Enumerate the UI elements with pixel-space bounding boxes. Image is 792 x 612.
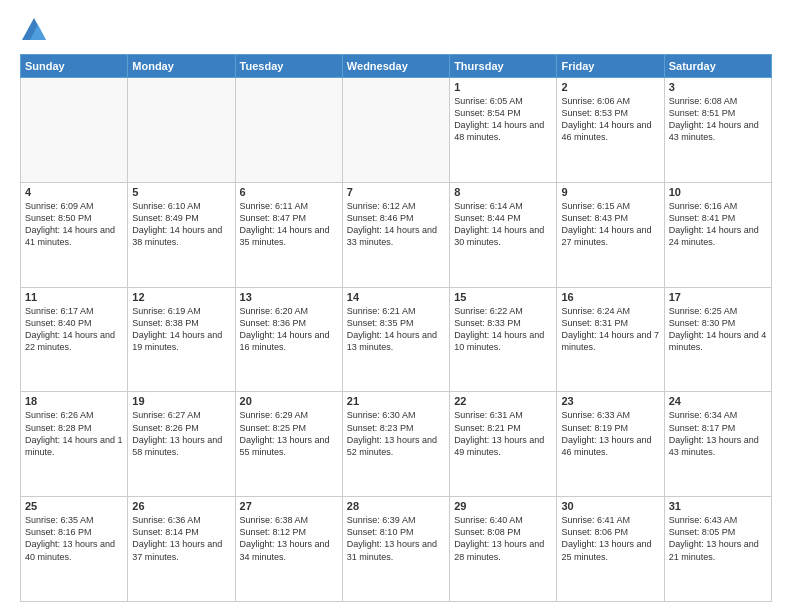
day-number: 23	[561, 395, 659, 407]
day-number: 17	[669, 291, 767, 303]
day-number: 11	[25, 291, 123, 303]
calendar-week-3: 11Sunrise: 6:17 AM Sunset: 8:40 PM Dayli…	[21, 287, 772, 392]
calendar-cell: 12Sunrise: 6:19 AM Sunset: 8:38 PM Dayli…	[128, 287, 235, 392]
cell-info: Sunrise: 6:16 AM Sunset: 8:41 PM Dayligh…	[669, 200, 767, 249]
calendar-cell: 14Sunrise: 6:21 AM Sunset: 8:35 PM Dayli…	[342, 287, 449, 392]
calendar-cell: 24Sunrise: 6:34 AM Sunset: 8:17 PM Dayli…	[664, 392, 771, 497]
day-header-friday: Friday	[557, 55, 664, 78]
page: SundayMondayTuesdayWednesdayThursdayFrid…	[0, 0, 792, 612]
cell-info: Sunrise: 6:43 AM Sunset: 8:05 PM Dayligh…	[669, 514, 767, 563]
calendar-cell: 3Sunrise: 6:08 AM Sunset: 8:51 PM Daylig…	[664, 78, 771, 183]
calendar-cell	[21, 78, 128, 183]
day-header-saturday: Saturday	[664, 55, 771, 78]
cell-info: Sunrise: 6:19 AM Sunset: 8:38 PM Dayligh…	[132, 305, 230, 354]
day-number: 18	[25, 395, 123, 407]
calendar-cell: 4Sunrise: 6:09 AM Sunset: 8:50 PM Daylig…	[21, 182, 128, 287]
calendar-cell	[235, 78, 342, 183]
logo	[20, 16, 52, 44]
calendar-cell: 30Sunrise: 6:41 AM Sunset: 8:06 PM Dayli…	[557, 497, 664, 602]
calendar-cell: 6Sunrise: 6:11 AM Sunset: 8:47 PM Daylig…	[235, 182, 342, 287]
header	[20, 16, 772, 44]
calendar-week-2: 4Sunrise: 6:09 AM Sunset: 8:50 PM Daylig…	[21, 182, 772, 287]
calendar-cell: 15Sunrise: 6:22 AM Sunset: 8:33 PM Dayli…	[450, 287, 557, 392]
day-number: 12	[132, 291, 230, 303]
day-number: 27	[240, 500, 338, 512]
logo-icon	[20, 16, 48, 44]
calendar-cell: 22Sunrise: 6:31 AM Sunset: 8:21 PM Dayli…	[450, 392, 557, 497]
calendar-cell: 29Sunrise: 6:40 AM Sunset: 8:08 PM Dayli…	[450, 497, 557, 602]
day-number: 24	[669, 395, 767, 407]
cell-info: Sunrise: 6:29 AM Sunset: 8:25 PM Dayligh…	[240, 409, 338, 458]
day-number: 22	[454, 395, 552, 407]
day-number: 20	[240, 395, 338, 407]
calendar-cell: 10Sunrise: 6:16 AM Sunset: 8:41 PM Dayli…	[664, 182, 771, 287]
calendar-cell: 1Sunrise: 6:05 AM Sunset: 8:54 PM Daylig…	[450, 78, 557, 183]
day-number: 21	[347, 395, 445, 407]
cell-info: Sunrise: 6:25 AM Sunset: 8:30 PM Dayligh…	[669, 305, 767, 354]
cell-info: Sunrise: 6:40 AM Sunset: 8:08 PM Dayligh…	[454, 514, 552, 563]
calendar-cell: 23Sunrise: 6:33 AM Sunset: 8:19 PM Dayli…	[557, 392, 664, 497]
day-number: 25	[25, 500, 123, 512]
day-number: 14	[347, 291, 445, 303]
day-number: 7	[347, 186, 445, 198]
cell-info: Sunrise: 6:20 AM Sunset: 8:36 PM Dayligh…	[240, 305, 338, 354]
calendar-week-1: 1Sunrise: 6:05 AM Sunset: 8:54 PM Daylig…	[21, 78, 772, 183]
day-number: 4	[25, 186, 123, 198]
day-number: 16	[561, 291, 659, 303]
cell-info: Sunrise: 6:26 AM Sunset: 8:28 PM Dayligh…	[25, 409, 123, 458]
cell-info: Sunrise: 6:12 AM Sunset: 8:46 PM Dayligh…	[347, 200, 445, 249]
day-header-sunday: Sunday	[21, 55, 128, 78]
cell-info: Sunrise: 6:10 AM Sunset: 8:49 PM Dayligh…	[132, 200, 230, 249]
cell-info: Sunrise: 6:15 AM Sunset: 8:43 PM Dayligh…	[561, 200, 659, 249]
day-number: 30	[561, 500, 659, 512]
cell-info: Sunrise: 6:39 AM Sunset: 8:10 PM Dayligh…	[347, 514, 445, 563]
cell-info: Sunrise: 6:30 AM Sunset: 8:23 PM Dayligh…	[347, 409, 445, 458]
calendar-week-4: 18Sunrise: 6:26 AM Sunset: 8:28 PM Dayli…	[21, 392, 772, 497]
cell-info: Sunrise: 6:35 AM Sunset: 8:16 PM Dayligh…	[25, 514, 123, 563]
day-number: 19	[132, 395, 230, 407]
day-number: 28	[347, 500, 445, 512]
day-header-monday: Monday	[128, 55, 235, 78]
calendar-cell: 28Sunrise: 6:39 AM Sunset: 8:10 PM Dayli…	[342, 497, 449, 602]
cell-info: Sunrise: 6:14 AM Sunset: 8:44 PM Dayligh…	[454, 200, 552, 249]
calendar-cell: 17Sunrise: 6:25 AM Sunset: 8:30 PM Dayli…	[664, 287, 771, 392]
day-number: 8	[454, 186, 552, 198]
calendar-cell: 27Sunrise: 6:38 AM Sunset: 8:12 PM Dayli…	[235, 497, 342, 602]
calendar-cell: 19Sunrise: 6:27 AM Sunset: 8:26 PM Dayli…	[128, 392, 235, 497]
day-number: 26	[132, 500, 230, 512]
day-number: 5	[132, 186, 230, 198]
cell-info: Sunrise: 6:17 AM Sunset: 8:40 PM Dayligh…	[25, 305, 123, 354]
day-number: 29	[454, 500, 552, 512]
cell-info: Sunrise: 6:27 AM Sunset: 8:26 PM Dayligh…	[132, 409, 230, 458]
calendar-cell	[128, 78, 235, 183]
day-number: 2	[561, 81, 659, 93]
calendar-cell: 8Sunrise: 6:14 AM Sunset: 8:44 PM Daylig…	[450, 182, 557, 287]
calendar-cell: 16Sunrise: 6:24 AM Sunset: 8:31 PM Dayli…	[557, 287, 664, 392]
calendar-week-5: 25Sunrise: 6:35 AM Sunset: 8:16 PM Dayli…	[21, 497, 772, 602]
cell-info: Sunrise: 6:41 AM Sunset: 8:06 PM Dayligh…	[561, 514, 659, 563]
day-number: 10	[669, 186, 767, 198]
calendar-cell: 5Sunrise: 6:10 AM Sunset: 8:49 PM Daylig…	[128, 182, 235, 287]
calendar-cell: 26Sunrise: 6:36 AM Sunset: 8:14 PM Dayli…	[128, 497, 235, 602]
day-number: 15	[454, 291, 552, 303]
calendar-table: SundayMondayTuesdayWednesdayThursdayFrid…	[20, 54, 772, 602]
day-number: 3	[669, 81, 767, 93]
cell-info: Sunrise: 6:09 AM Sunset: 8:50 PM Dayligh…	[25, 200, 123, 249]
cell-info: Sunrise: 6:38 AM Sunset: 8:12 PM Dayligh…	[240, 514, 338, 563]
cell-info: Sunrise: 6:11 AM Sunset: 8:47 PM Dayligh…	[240, 200, 338, 249]
cell-info: Sunrise: 6:21 AM Sunset: 8:35 PM Dayligh…	[347, 305, 445, 354]
calendar-cell: 31Sunrise: 6:43 AM Sunset: 8:05 PM Dayli…	[664, 497, 771, 602]
cell-info: Sunrise: 6:22 AM Sunset: 8:33 PM Dayligh…	[454, 305, 552, 354]
calendar-cell: 20Sunrise: 6:29 AM Sunset: 8:25 PM Dayli…	[235, 392, 342, 497]
cell-info: Sunrise: 6:05 AM Sunset: 8:54 PM Dayligh…	[454, 95, 552, 144]
calendar-header-row: SundayMondayTuesdayWednesdayThursdayFrid…	[21, 55, 772, 78]
day-number: 1	[454, 81, 552, 93]
day-header-tuesday: Tuesday	[235, 55, 342, 78]
day-header-thursday: Thursday	[450, 55, 557, 78]
calendar-cell	[342, 78, 449, 183]
calendar-cell: 21Sunrise: 6:30 AM Sunset: 8:23 PM Dayli…	[342, 392, 449, 497]
calendar-cell: 11Sunrise: 6:17 AM Sunset: 8:40 PM Dayli…	[21, 287, 128, 392]
calendar-cell: 13Sunrise: 6:20 AM Sunset: 8:36 PM Dayli…	[235, 287, 342, 392]
day-number: 9	[561, 186, 659, 198]
cell-info: Sunrise: 6:06 AM Sunset: 8:53 PM Dayligh…	[561, 95, 659, 144]
